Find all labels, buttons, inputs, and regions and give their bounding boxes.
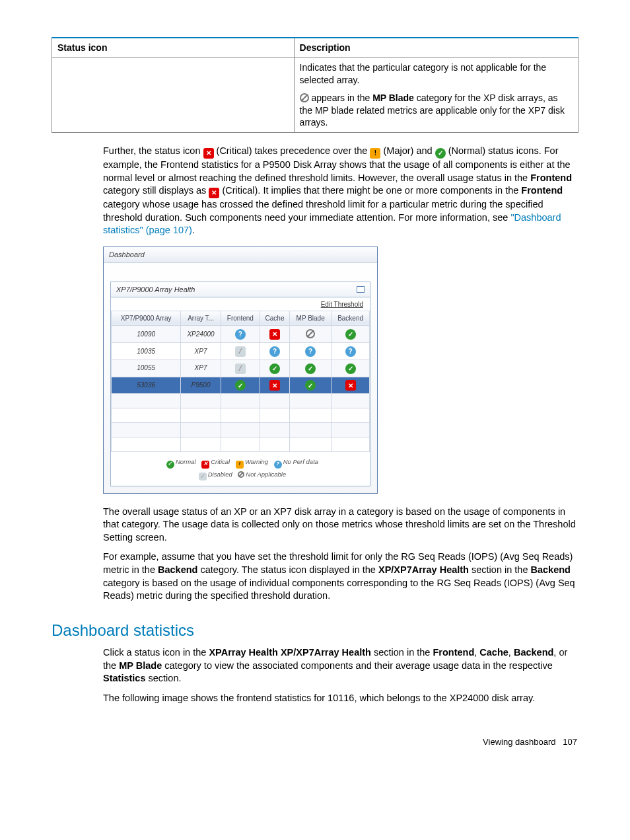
normal-icon bbox=[269, 363, 280, 374]
critical-icon bbox=[269, 380, 280, 391]
dashboard-statistics-heading: Dashboard statistics bbox=[52, 620, 578, 641]
critical-icon bbox=[345, 380, 356, 391]
na-icon bbox=[306, 329, 315, 338]
critical-icon bbox=[209, 188, 219, 198]
noperf-icon bbox=[274, 461, 282, 469]
noperf-icon bbox=[269, 346, 280, 357]
grid-col-cache[interactable]: Cache bbox=[260, 311, 289, 326]
grid-col-type[interactable]: Array T... bbox=[181, 311, 221, 326]
cell-array-id: 10090 bbox=[112, 326, 181, 343]
cell-status[interactable] bbox=[221, 377, 260, 394]
cell-array-type: XP24000 bbox=[181, 326, 221, 343]
cell-array-type: P9500 bbox=[181, 377, 221, 394]
paragraph-following-image: The following image shows the frontend s… bbox=[103, 692, 578, 705]
critical-icon bbox=[269, 329, 280, 340]
desc-line-1: Indicates that the particular category i… bbox=[300, 61, 573, 87]
edit-threshold-link[interactable]: Edit Threshold bbox=[111, 297, 370, 311]
footer-page: 107 bbox=[563, 737, 577, 747]
cell-status[interactable] bbox=[290, 360, 332, 377]
page-footer: Viewing dashboard 107 bbox=[52, 736, 578, 748]
cell-array-type: XP7 bbox=[181, 343, 221, 360]
cell-status[interactable] bbox=[332, 326, 370, 343]
cell-status[interactable] bbox=[260, 343, 289, 360]
critical-icon bbox=[203, 148, 214, 159]
noperf-icon bbox=[305, 346, 316, 357]
normal-icon bbox=[166, 461, 174, 469]
noperf-icon bbox=[235, 329, 246, 340]
panel-title: XP7/P9000 Array Health bbox=[116, 285, 195, 295]
paragraph-overall-usage: The overall usage status of an XP or an … bbox=[103, 506, 578, 545]
legend: Normal Critical Warning No Perf data Dis… bbox=[111, 452, 370, 485]
grid-col-frontend[interactable]: Frontend bbox=[221, 311, 260, 326]
table-row[interactable]: 10035XP7 bbox=[112, 343, 370, 360]
normal-icon bbox=[435, 148, 446, 159]
normal-icon bbox=[235, 380, 246, 391]
grid-col-mpblade[interactable]: MP Blade bbox=[290, 311, 332, 326]
maximize-icon[interactable] bbox=[357, 286, 365, 293]
status-desc-cell: Indicates that the particular category i… bbox=[294, 57, 578, 132]
table-row[interactable]: 10055XP7 bbox=[112, 360, 370, 377]
grid-col-array[interactable]: XP7/P9000 Array bbox=[112, 311, 181, 326]
status-icon-table: Status icon Description Indicates that t… bbox=[52, 37, 578, 133]
cell-status[interactable] bbox=[290, 377, 332, 394]
cell-status[interactable] bbox=[290, 343, 332, 360]
paragraph-example: For example, assume that you have set th… bbox=[103, 551, 578, 602]
cell-status[interactable] bbox=[260, 326, 289, 343]
cell-status[interactable] bbox=[290, 326, 332, 343]
disabled-icon bbox=[235, 363, 246, 374]
cell-array-id: 53036 bbox=[112, 377, 181, 394]
na-icon bbox=[300, 93, 309, 102]
paragraph-click-status: Click a status icon in the XPArray Healt… bbox=[103, 646, 578, 685]
paragraph-precedence: Further, the status icon (Critical) take… bbox=[103, 145, 578, 237]
cell-status[interactable] bbox=[221, 326, 260, 343]
cell-status[interactable] bbox=[260, 360, 289, 377]
array-health-grid: XP7/P9000 Array Array T... Frontend Cach… bbox=[111, 311, 370, 453]
col-description: Description bbox=[294, 38, 578, 57]
table-row[interactable]: 10090XP24000 bbox=[112, 326, 370, 343]
footer-label: Viewing dashboard bbox=[483, 737, 555, 747]
na-icon bbox=[238, 471, 244, 478]
cell-status[interactable] bbox=[260, 377, 289, 394]
warning-icon bbox=[236, 461, 244, 469]
cell-status[interactable] bbox=[332, 360, 370, 377]
normal-icon bbox=[345, 363, 356, 374]
normal-icon bbox=[305, 363, 316, 374]
cell-array-id: 10055 bbox=[112, 360, 181, 377]
cell-array-type: XP7 bbox=[181, 360, 221, 377]
panel-header: XP7/P9000 Array Health bbox=[111, 282, 370, 298]
table-row[interactable]: 53036P9500 bbox=[112, 377, 370, 394]
cell-status[interactable] bbox=[332, 377, 370, 394]
critical-icon bbox=[201, 461, 209, 469]
dashboard-screenshot: Dashboard XP7/P9000 Array Health Edit Th… bbox=[103, 247, 378, 494]
cell-status[interactable] bbox=[332, 343, 370, 360]
cell-array-id: 10035 bbox=[112, 343, 181, 360]
normal-icon bbox=[345, 329, 356, 340]
normal-icon bbox=[305, 380, 316, 391]
grid-col-backend[interactable]: Backend bbox=[332, 311, 370, 326]
cell-status[interactable] bbox=[221, 343, 260, 360]
desc-line-2: appears in the MP Blade category for the… bbox=[300, 92, 573, 130]
cell-status[interactable] bbox=[221, 360, 260, 377]
disabled-icon bbox=[235, 346, 246, 357]
array-health-panel: XP7/P9000 Array Health Edit Threshold XP… bbox=[110, 282, 370, 486]
noperf-icon bbox=[345, 346, 356, 357]
disabled-icon bbox=[199, 473, 207, 480]
dashboard-title: Dashboard bbox=[104, 247, 377, 263]
col-status-icon: Status icon bbox=[52, 38, 295, 57]
major-icon bbox=[370, 148, 380, 159]
status-icon-cell bbox=[52, 57, 295, 132]
